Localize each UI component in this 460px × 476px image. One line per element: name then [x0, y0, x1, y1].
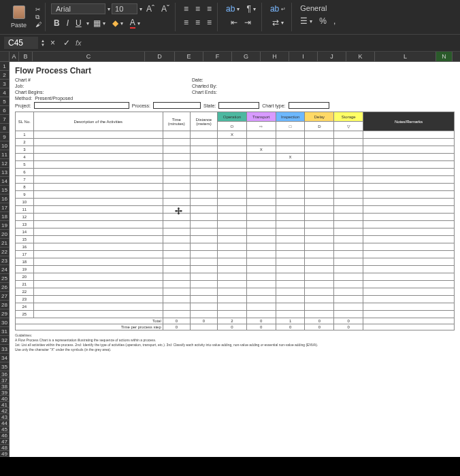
row-header[interactable]: 14 [0, 177, 10, 186]
row-header[interactable]: 25 [0, 274, 10, 283]
table-row[interactable]: 24 [16, 303, 455, 311]
table-row[interactable]: 15 [16, 236, 455, 243]
merge-button[interactable]: ⇄▾ [269, 16, 286, 29]
row-header[interactable]: 38 [0, 384, 10, 390]
row-header[interactable]: 28 [0, 301, 10, 309]
row-header[interactable]: 49 [0, 451, 10, 457]
col-header[interactable]: N [436, 52, 453, 61]
row-header[interactable]: 24 [0, 265, 10, 274]
row-header[interactable]: 23 [0, 256, 10, 265]
table-row[interactable]: 21 [16, 281, 455, 288]
row-header[interactable]: 26 [0, 283, 10, 292]
sheet-content[interactable]: Flow Process Chart Chart #Date: Job:Char… [10, 62, 460, 457]
align-right-button[interactable]: ≡ [204, 16, 214, 29]
row-header[interactable]: 9 [0, 133, 10, 141]
col-header[interactable]: A [10, 52, 19, 61]
row-header[interactable]: 4 [0, 88, 10, 97]
row-header[interactable]: 27 [0, 292, 10, 301]
row-header[interactable]: 12 [0, 159, 10, 168]
cut-button[interactable]: ✂ [33, 6, 42, 13]
align-left-button[interactable]: ≡ [181, 16, 191, 29]
font-name-select[interactable] [51, 3, 105, 14]
row-header[interactable]: 10 [0, 141, 10, 150]
borders-button[interactable]: ▦▾ [91, 17, 108, 29]
row-header[interactable]: 15 [0, 186, 10, 194]
row-header[interactable]: 37 [0, 377, 10, 384]
col-header[interactable]: H [261, 52, 289, 61]
col-header[interactable]: G [232, 52, 261, 61]
percent-button[interactable]: % [316, 15, 329, 27]
row-header[interactable]: 45 [0, 426, 10, 432]
row-header[interactable]: 30 [0, 318, 10, 327]
row-header[interactable]: 48 [0, 445, 10, 451]
table-row[interactable]: 23 [16, 296, 455, 303]
worksheet[interactable]: A B C D E F G H I J K L N 12345678910111… [0, 52, 460, 457]
row-header[interactable]: 6 [0, 106, 10, 115]
col-header[interactable]: C [33, 52, 145, 61]
paste-button[interactable]: Paste [7, 4, 31, 30]
table-row[interactable]: 19 [16, 266, 455, 273]
table-row[interactable]: 7 [16, 176, 455, 184]
table-row[interactable]: 9 [16, 191, 455, 199]
project-input[interactable] [34, 102, 129, 109]
copy-button[interactable]: ⧉ [33, 14, 42, 20]
row-header[interactable]: 44 [0, 420, 10, 426]
row-header[interactable]: 2 [0, 71, 10, 80]
table-row[interactable]: 13 [16, 221, 455, 228]
table-row[interactable]: 17 [16, 251, 455, 258]
row-header[interactable]: 8 [0, 124, 10, 133]
col-header[interactable]: F [203, 52, 232, 61]
row-header[interactable]: 11 [0, 150, 10, 159]
row-header[interactable]: 40 [0, 396, 10, 402]
row-header[interactable]: 22 [0, 248, 10, 256]
table-row[interactable]: 14 [16, 228, 455, 236]
table-row[interactable]: 6 [16, 169, 455, 176]
table-row[interactable]: 22 [16, 288, 455, 296]
table-row[interactable]: 2 [16, 139, 455, 146]
table-row[interactable]: 3X [16, 146, 455, 154]
row-header[interactable]: 31 [0, 327, 10, 336]
row-header[interactable]: 20 [0, 230, 10, 239]
row-header[interactable]: 33 [0, 345, 10, 354]
row-header[interactable]: 35 [0, 362, 10, 371]
cancel-formula-button[interactable]: × [48, 37, 58, 49]
row-header[interactable]: 41 [0, 402, 10, 408]
decrease-indent-button[interactable]: ⇤ [228, 16, 240, 29]
select-all-corner[interactable] [0, 52, 10, 61]
row-header[interactable]: 36 [0, 371, 10, 377]
table-row[interactable]: 10 [16, 199, 455, 206]
row-header[interactable]: 1 [0, 62, 10, 71]
row-header[interactable]: 46 [0, 432, 10, 439]
row-header[interactable]: 7 [0, 115, 10, 124]
row-header[interactable]: 39 [0, 390, 10, 396]
process-input[interactable] [153, 102, 201, 109]
row-header[interactable]: 32 [0, 336, 10, 345]
currency-button[interactable]: ☰▾ [297, 15, 315, 27]
chart-type-input[interactable] [289, 102, 329, 109]
font-size-select[interactable] [112, 3, 137, 14]
row-header[interactable]: 29 [0, 309, 10, 318]
row-header[interactable]: 21 [0, 239, 10, 248]
align-top-button[interactable]: ≡ [181, 3, 191, 15]
table-row[interactable]: 16 [16, 243, 455, 251]
table-row[interactable]: 25 [16, 311, 455, 318]
align-middle-button[interactable]: ≡ [193, 3, 203, 15]
align-bottom-button[interactable]: ≡ [204, 3, 214, 15]
increase-indent-button[interactable]: ⇥ [242, 16, 254, 29]
col-header[interactable]: L [375, 52, 436, 61]
table-row[interactable]: 11 [16, 206, 455, 214]
col-header[interactable]: J [318, 52, 346, 61]
fill-color-button[interactable]: ◆▾ [110, 17, 126, 29]
wrap-text-button[interactable]: ab↵ [267, 3, 289, 15]
shrink-font-button[interactable]: Aˇ [159, 3, 172, 15]
number-format-select[interactable]: General [297, 3, 329, 14]
table-row[interactable]: 12 [16, 214, 455, 221]
row-header[interactable]: 43 [0, 414, 10, 420]
col-header[interactable]: E [175, 52, 203, 61]
col-header[interactable]: D [145, 52, 175, 61]
font-color-button[interactable]: A▾ [127, 16, 143, 30]
table-row[interactable]: 4X [16, 154, 455, 161]
table-row[interactable]: 5 [16, 161, 455, 169]
format-painter-button[interactable]: 🖌 [33, 21, 42, 28]
row-header[interactable]: 13 [0, 168, 10, 177]
